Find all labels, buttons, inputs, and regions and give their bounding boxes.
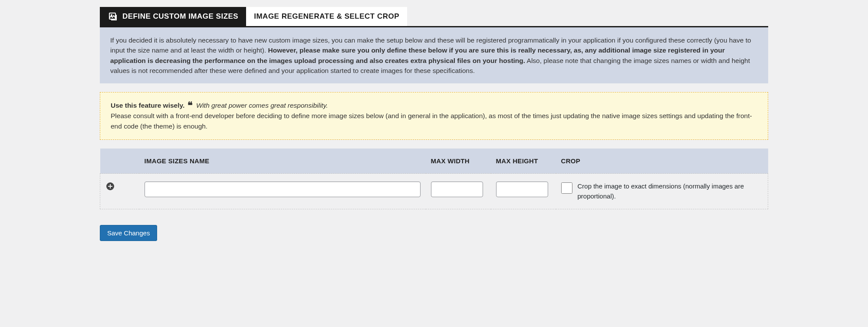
image-stack-icon bbox=[108, 11, 118, 22]
add-row-button[interactable] bbox=[105, 182, 115, 191]
col-max-height: MAX HEIGHT bbox=[491, 149, 556, 174]
size-name-input[interactable] bbox=[145, 182, 421, 197]
col-name: IMAGE SIZES NAME bbox=[139, 149, 426, 174]
save-button[interactable]: Save Changes bbox=[100, 225, 157, 241]
max-height-input[interactable] bbox=[496, 182, 548, 197]
warning-banner: Use this feature wisely. ❝ With great po… bbox=[100, 92, 768, 140]
col-action bbox=[100, 149, 139, 174]
col-crop: CROP bbox=[556, 149, 768, 174]
crop-checkbox[interactable] bbox=[561, 182, 572, 194]
warning-quote: With great power comes great responsibil… bbox=[196, 102, 328, 109]
crop-label: Crop the image to exact dimensions (norm… bbox=[578, 182, 763, 201]
plus-circle-icon bbox=[106, 182, 115, 191]
svg-rect-4 bbox=[108, 186, 112, 187]
info-banner: If you decided it is absolutely necessar… bbox=[100, 27, 768, 83]
col-max-width: MAX WIDTH bbox=[426, 149, 491, 174]
max-width-input[interactable] bbox=[431, 182, 483, 197]
tab-label: IMAGE REGENERATE & SELECT CROP bbox=[254, 12, 399, 21]
warning-heading: Use this feature wisely. bbox=[111, 102, 184, 109]
tabs: DEFINE CUSTOM IMAGE SIZES IMAGE REGENERA… bbox=[100, 7, 768, 27]
tab-label: DEFINE CUSTOM IMAGE SIZES bbox=[122, 12, 238, 21]
tab-regenerate-crop[interactable]: IMAGE REGENERATE & SELECT CROP bbox=[246, 7, 407, 26]
quote-icon: ❝ bbox=[187, 101, 193, 110]
image-sizes-table: IMAGE SIZES NAME MAX WIDTH MAX HEIGHT CR… bbox=[100, 149, 768, 209]
tab-define-custom-sizes[interactable]: DEFINE CUSTOM IMAGE SIZES bbox=[100, 7, 246, 26]
table-row: Crop the image to exact dimensions (norm… bbox=[100, 174, 768, 209]
warning-body: Please consult with a front-end develope… bbox=[111, 112, 752, 130]
